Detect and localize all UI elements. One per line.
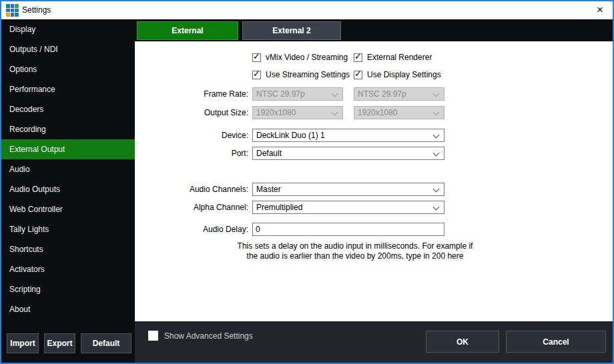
sidebar-item-decoders[interactable]: Decoders	[1, 99, 135, 119]
external-output-panel: ✓ vMix Video / Streaming ✓ External Rend…	[135, 41, 613, 321]
settings-window: Settings × Display Outputs / NDI Options…	[0, 0, 614, 364]
cancel-button[interactable]: Cancel	[506, 331, 606, 353]
chevron-down-icon	[433, 150, 440, 157]
chevron-down-icon	[433, 91, 440, 97]
use-streaming-settings-checkbox[interactable]: ✓ Use Streaming Settings	[252, 70, 350, 79]
sidebar-item-display[interactable]: Display	[1, 19, 135, 39]
frame-rate-dropdown-2: NTSC 29.97p	[354, 87, 444, 101]
sidebar-item-recording[interactable]: Recording	[1, 119, 135, 139]
output-size-label: Output Size:	[135, 106, 248, 119]
sidebar-item-tally-lights[interactable]: Tally Lights	[1, 219, 135, 239]
checkbox-icon	[148, 331, 158, 341]
sidebar-item-audio-outputs[interactable]: Audio Outputs	[1, 179, 135, 199]
sidebar-item-outputs-ndi[interactable]: Outputs / NDI	[1, 39, 135, 59]
sidebar-item-options[interactable]: Options	[1, 59, 135, 79]
sidebar-item-web-controller[interactable]: Web Controller	[1, 199, 135, 219]
external-renderer-checkbox[interactable]: ✓ External Renderer	[354, 53, 432, 62]
alpha-channel-label: Alpha Channel:	[135, 201, 248, 214]
chevron-down-icon	[332, 91, 338, 97]
settings-sidebar: Display Outputs / NDI Options Performanc…	[1, 19, 135, 363]
audio-delay-label: Audio Delay:	[135, 223, 248, 236]
chevron-down-icon	[433, 109, 440, 116]
checkbox-label: vMix Video / Streaming	[266, 53, 348, 62]
export-button[interactable]: Export	[44, 333, 75, 353]
checkbox-label: External Renderer	[367, 53, 432, 62]
output-size-dropdown-2: 1920x1080	[354, 106, 444, 119]
checkbox-label: Use Display Settings	[367, 70, 441, 79]
tab-external[interactable]: External	[137, 21, 238, 40]
device-label: Device:	[135, 129, 248, 142]
checkbox-icon: ✓	[252, 53, 261, 62]
output-size-dropdown-1: 1920x1080	[252, 106, 343, 119]
use-display-settings-checkbox[interactable]: ✓ Use Display Settings	[354, 70, 441, 79]
chevron-down-icon	[433, 204, 440, 211]
chevron-down-icon	[433, 186, 440, 193]
port-label: Port:	[135, 147, 248, 160]
sidebar-item-activators[interactable]: Activators	[1, 259, 135, 279]
checkbox-label: Use Streaming Settings	[266, 70, 350, 79]
checkbox-label: Show Advanced Settings	[164, 331, 253, 341]
sidebar-item-audio[interactable]: Audio	[1, 159, 135, 179]
frame-rate-dropdown-1: NTSC 29.97p	[252, 87, 343, 101]
tab-external-2[interactable]: External 2	[242, 21, 341, 40]
checkbox-icon: ✓	[252, 71, 261, 79]
frame-rate-label: Frame Rate:	[135, 87, 248, 101]
ok-button[interactable]: OK	[426, 331, 499, 353]
chevron-down-icon	[332, 109, 338, 116]
audio-delay-help-text: This sets a delay on the audio input in …	[228, 241, 482, 261]
checkbox-icon: ✓	[354, 53, 362, 62]
audio-delay-input[interactable]	[252, 223, 444, 236]
audio-channels-label: Audio Channels:	[135, 183, 248, 196]
import-button[interactable]: Import	[7, 333, 39, 353]
sidebar-item-scripting[interactable]: Scripting	[1, 279, 135, 299]
window-title: Settings	[22, 1, 51, 19]
vmix-video-streaming-checkbox[interactable]: ✓ vMix Video / Streaming	[252, 53, 348, 62]
title-bar: Settings ×	[1, 1, 613, 19]
sidebar-item-about[interactable]: About	[1, 299, 135, 319]
bottom-bar: Show Advanced Settings OK Cancel	[135, 321, 613, 363]
sidebar-item-external-output[interactable]: External Output	[1, 139, 135, 159]
checkbox-icon: ✓	[354, 71, 362, 79]
alpha-channel-dropdown[interactable]: Premultiplied	[252, 201, 444, 214]
show-advanced-settings-checkbox[interactable]: Show Advanced Settings	[148, 331, 253, 341]
port-dropdown[interactable]: Default	[252, 147, 444, 160]
audio-channels-dropdown[interactable]: Master	[252, 183, 444, 196]
sidebar-item-shortcuts[interactable]: Shortcuts	[1, 239, 135, 259]
sidebar-item-performance[interactable]: Performance	[1, 79, 135, 99]
device-dropdown[interactable]: DeckLink Duo (1) 1	[252, 129, 444, 142]
external-output-tabstrip: External External 2	[135, 19, 613, 41]
default-button[interactable]: Default	[81, 333, 131, 353]
vmix-logo-icon	[6, 4, 19, 17]
close-icon[interactable]: ×	[593, 1, 607, 19]
chevron-down-icon	[433, 132, 440, 139]
